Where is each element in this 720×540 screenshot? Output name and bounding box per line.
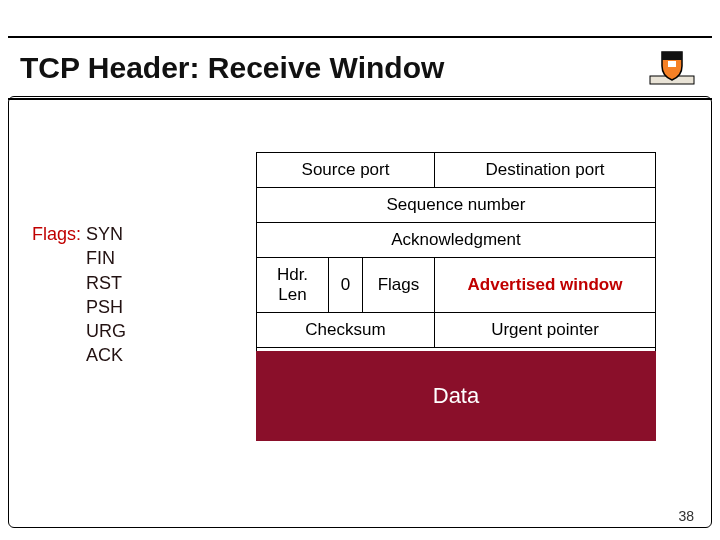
flag-fin: FIN xyxy=(86,246,126,270)
flags-list: Flags: SYN FIN RST PSH URG ACK xyxy=(32,222,126,368)
urg-ptr-cell: Urgent pointer xyxy=(435,313,656,348)
flags-items: SYN FIN RST PSH URG ACK xyxy=(86,222,126,368)
checksum-cell: Checksum xyxy=(257,313,435,348)
flags-label: Flags: xyxy=(32,224,81,244)
tcp-header-diagram: Source port Destination port Sequence nu… xyxy=(256,152,656,383)
flag-syn: SYN xyxy=(86,222,126,246)
ack-cell: Acknowledgment xyxy=(257,223,656,258)
reserved-cell: 0 xyxy=(329,258,363,313)
flag-urg: URG xyxy=(86,319,126,343)
flag-rst: RST xyxy=(86,271,126,295)
slide-number: 38 xyxy=(678,508,694,524)
hdrlen-cell: Hdr. Len xyxy=(257,258,329,313)
adv-window-cell: Advertised window xyxy=(435,258,656,313)
src-port-cell: Source port xyxy=(257,153,435,188)
data-band: Data xyxy=(256,351,656,441)
page-title: TCP Header: Receive Window xyxy=(20,51,444,85)
dst-port-cell: Destination port xyxy=(435,153,656,188)
flag-ack: ACK xyxy=(86,343,126,367)
flags-field-cell: Flags xyxy=(363,258,435,313)
seq-cell: Sequence number xyxy=(257,188,656,223)
princeton-shield-icon xyxy=(644,46,700,90)
data-label: Data xyxy=(433,383,479,409)
title-bar: TCP Header: Receive Window xyxy=(8,36,712,100)
flag-psh: PSH xyxy=(86,295,126,319)
svg-rect-1 xyxy=(668,61,676,67)
